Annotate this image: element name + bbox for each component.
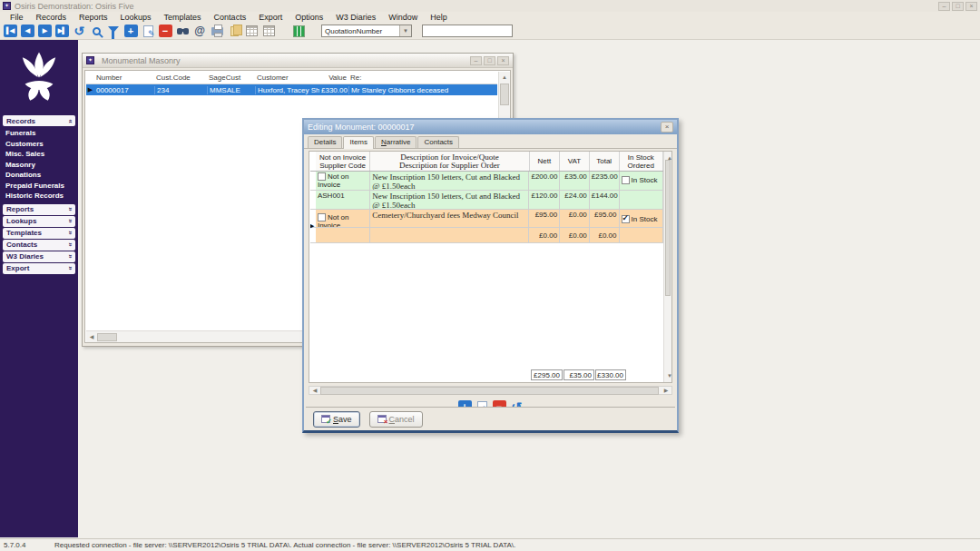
scroll-up-icon[interactable]: ▲ (499, 72, 510, 83)
sidebar-section-templates[interactable]: Templates » (3, 228, 75, 239)
binoculars-find-icon[interactable] (175, 25, 190, 38)
menu-options[interactable]: Options (289, 13, 329, 22)
item-row-3[interactable]: Not on Invoice Cemetery/Churchyard fees … (310, 210, 663, 228)
item-row-4[interactable]: £0.00 £0.00 £0.00 (310, 228, 663, 243)
nett-cell[interactable]: £0.00 (529, 228, 560, 242)
menu-help[interactable]: Help (424, 13, 454, 22)
total-cell[interactable]: £95.00 (590, 210, 620, 227)
scroll-left-icon[interactable]: ◀ (309, 385, 320, 396)
tab-contacts[interactable]: Contacts (417, 136, 459, 148)
minimize-icon[interactable]: – (470, 56, 482, 65)
column-header-sagecust[interactable]: SageCust (207, 74, 255, 82)
column-header-re[interactable]: Re: (348, 74, 497, 82)
in-stock-checkbox-checked[interactable]: ✓ (622, 215, 630, 223)
filter-icon[interactable] (106, 25, 121, 38)
column-header-supplier[interactable]: Not on Invoice Supplier Code (316, 152, 370, 171)
menu-contacts[interactable]: Contacts (208, 13, 253, 22)
menu-file[interactable]: File (4, 13, 30, 22)
description-cell[interactable]: New Inscription 150 letters, Cut and Bla… (370, 172, 529, 190)
sidebar-item-misc-sales[interactable]: Misc. Sales (5, 149, 78, 160)
column-header-vat[interactable]: VAT (560, 152, 590, 171)
email-icon[interactable]: @ (192, 25, 207, 38)
search-icon[interactable] (89, 25, 103, 38)
edit-icon[interactable]: ✎ (141, 25, 155, 38)
column-header-instock[interactable]: In Stock Ordered (620, 152, 664, 171)
field-selector-dropdown[interactable]: QuotationNumber ▼ (321, 25, 412, 37)
previous-record-button[interactable]: ◀ (20, 25, 34, 38)
in-stock-checkbox[interactable] (622, 176, 630, 184)
first-record-button[interactable]: ▌◀ (3, 25, 17, 38)
column-header-customer[interactable]: Customer (255, 74, 319, 82)
description-cell[interactable]: Cemetery/Churchyard fees Medway Council (370, 210, 529, 227)
close-icon[interactable]: × (661, 122, 673, 133)
last-record-button[interactable]: ▶▌ (54, 25, 69, 38)
tab-items[interactable]: Items (343, 136, 374, 149)
vat-cell[interactable]: £0.00 (560, 228, 590, 242)
delete-button[interactable]: − (158, 25, 172, 38)
column-header-number[interactable]: Number (94, 74, 154, 82)
menu-window[interactable]: Window (382, 13, 424, 22)
sidebar-section-w3-diaries[interactable]: W3 Diaries » (3, 251, 75, 262)
tab-narrative[interactable]: Narrative (375, 136, 416, 148)
save-button[interactable]: ✓ Save (313, 411, 360, 428)
sidebar-item-masonry[interactable]: Masonry (5, 160, 78, 171)
restore-icon[interactable]: □ (484, 56, 495, 65)
scroll-left-icon[interactable]: ◀ (86, 331, 97, 342)
not-on-invoice-checkbox[interactable] (318, 213, 326, 221)
sidebar-item-historic-records[interactable]: Historic Records (5, 191, 78, 202)
supplier-code-cell[interactable]: ASH001 (316, 191, 370, 209)
column-header-value[interactable]: Value (319, 74, 348, 82)
print-icon[interactable] (210, 25, 224, 38)
next-record-button[interactable]: ▶ (37, 25, 52, 38)
sidebar-item-prepaid-funerals[interactable]: Prepaid Funerals (5, 181, 78, 192)
sidebar-item-donations[interactable]: Donations (5, 170, 78, 181)
minimize-icon[interactable]: – (938, 2, 950, 11)
copy-icon[interactable] (227, 25, 241, 38)
masonry-window-titlebar[interactable]: ✦ Monumental Masonry – □ × (83, 54, 513, 68)
column-header-nett[interactable]: Nett (530, 152, 561, 171)
vat-cell[interactable]: £24.00 (560, 191, 590, 209)
not-on-invoice-checkbox[interactable] (318, 172, 326, 181)
close-icon[interactable]: × (965, 2, 977, 11)
vertical-scrollbar[interactable]: ▲ ▼ (663, 152, 671, 382)
scrollbar-thumb[interactable] (320, 387, 659, 395)
dialog-titlebar[interactable]: Editing Monument: 00000017 × (304, 120, 677, 134)
column-header-total[interactable]: Total (590, 152, 620, 171)
total-cell[interactable]: £144.00 (590, 191, 620, 209)
green-grid-view-icon[interactable] (291, 25, 306, 38)
horizontal-scrollbar[interactable]: ◀ ▶ (309, 386, 672, 395)
scroll-down-icon[interactable]: ▼ (664, 370, 675, 381)
tab-details[interactable]: Details (308, 136, 342, 148)
sidebar-section-export[interactable]: Export » (3, 263, 75, 274)
cancel-button[interactable]: × Cancel (369, 411, 423, 428)
table-row-selected[interactable]: ▶ 00000017 234 MMSALE Huxford, Tracey Sh… (86, 84, 497, 95)
column-header-description[interactable]: Description for Invoice/Quote Descriptio… (370, 152, 529, 171)
nett-cell[interactable]: £120.00 (529, 191, 560, 209)
scrollbar-thumb[interactable] (665, 160, 671, 296)
menu-reports[interactable]: Reports (73, 13, 114, 22)
vat-cell[interactable]: £0.00 (560, 210, 590, 227)
nett-cell[interactable]: £95.00 (529, 210, 560, 227)
diary-grid-icon[interactable] (244, 25, 259, 38)
menu-w3-diaries[interactable]: W3 Diaries (329, 13, 382, 22)
chevron-down-icon[interactable]: ▼ (399, 25, 411, 36)
restore-icon[interactable]: □ (952, 2, 964, 11)
menu-templates[interactable]: Templates (158, 13, 208, 22)
column-header-custcode[interactable]: Cust.Code (154, 74, 207, 82)
add-button[interactable]: + (123, 25, 138, 38)
sidebar-section-contacts[interactable]: Contacts » (3, 240, 75, 251)
quick-search-input[interactable] (422, 25, 513, 37)
total-cell[interactable]: £235.00 (590, 172, 620, 190)
refresh-icon[interactable]: ↺ (72, 25, 86, 38)
total-cell[interactable]: £0.00 (590, 228, 620, 242)
item-row-2[interactable]: ASH001 New Inscription 150 letters, Cut … (310, 191, 663, 210)
diary-grid-icon-2[interactable] (261, 25, 276, 38)
menu-records[interactable]: Records (30, 13, 74, 22)
menu-lookups[interactable]: Lookups (114, 13, 158, 22)
sidebar-section-records[interactable]: Records » (3, 115, 75, 126)
sidebar-item-customers[interactable]: Customers (5, 139, 78, 150)
menu-export[interactable]: Export (252, 13, 289, 22)
sidebar-section-lookups[interactable]: Lookups » (3, 216, 75, 227)
scrollbar-thumb[interactable] (500, 84, 509, 105)
close-icon[interactable]: × (497, 56, 509, 65)
